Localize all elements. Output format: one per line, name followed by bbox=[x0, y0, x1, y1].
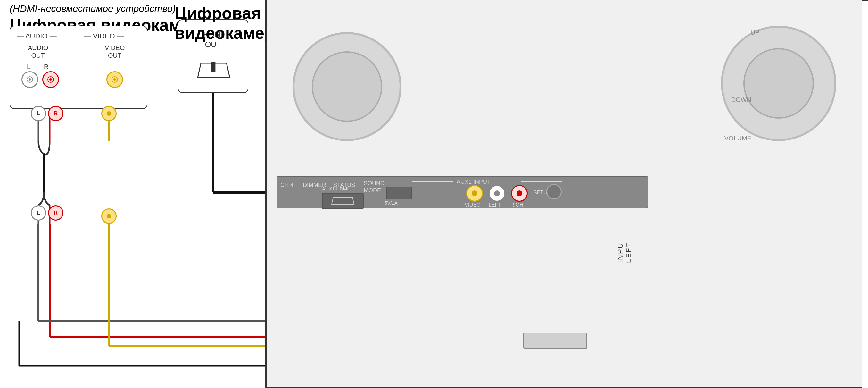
down-label: DOWN bbox=[731, 96, 751, 103]
volume-label: VOLUME bbox=[724, 135, 751, 142]
left-label: LEFT bbox=[489, 202, 501, 208]
video-out-label: VIDEOOUT bbox=[105, 44, 125, 59]
diagram-container: (HDMI-несовместимое устройство) Цифровая… bbox=[0, 0, 868, 388]
aux1-line-right bbox=[521, 181, 562, 182]
cable-plug-audio-l-top: L bbox=[31, 106, 46, 121]
aux1-input-label: AUX1 INPUT bbox=[457, 179, 491, 185]
aux1-hdmi-symbol bbox=[330, 196, 356, 206]
port-panel: CH 4 DIMMER STATUS SOUNDMODE AUX1 INPUT … bbox=[277, 176, 648, 208]
usb-label: 5V/1A bbox=[384, 200, 398, 206]
audio-section-label: — AUDIO — bbox=[17, 32, 57, 41]
l-label: L bbox=[27, 63, 30, 70]
analog-device-subtitle: (HDMI-несовместимое устройство) bbox=[10, 3, 176, 14]
right-label: RIGHT bbox=[510, 202, 526, 208]
cable-plug-audio-l-bottom: L bbox=[31, 205, 46, 220]
sound-mode-label: SOUNDMODE bbox=[364, 180, 384, 194]
ch4-label: CH 4 bbox=[280, 182, 293, 188]
usb-port bbox=[386, 187, 412, 200]
volume-knob-inner bbox=[743, 48, 814, 119]
svg-marker-26 bbox=[332, 197, 354, 204]
cable-plug-video-top bbox=[101, 106, 117, 121]
audio-out-label: AUDIOOUT bbox=[28, 44, 48, 59]
rca-audio-r bbox=[42, 71, 59, 88]
receiver-device: UP DOWN VOLUME CH 4 DIMMER STATUS SOUNDM… bbox=[266, 0, 862, 388]
mic-port bbox=[546, 184, 562, 200]
left-rca-port bbox=[489, 185, 505, 202]
cable-plug-video-bottom bbox=[101, 208, 117, 224]
hdmi-port-symbol bbox=[194, 62, 233, 81]
audio-video-divider bbox=[73, 30, 73, 107]
right-rca-port bbox=[511, 185, 528, 202]
cable-plug-audio-r-bottom: R bbox=[48, 205, 63, 220]
left-speaker-circle-inner bbox=[312, 51, 382, 122]
analog-camera-device: — AUDIO — AUDIOOUT L R — VIDEO — VIDEOOU… bbox=[10, 26, 147, 109]
r-label: R bbox=[44, 63, 49, 70]
input-left-label: INPUT LEFT bbox=[616, 218, 633, 263]
up-label: UP bbox=[750, 29, 760, 36]
svg-marker-25 bbox=[198, 63, 230, 78]
rca-video bbox=[106, 71, 123, 88]
bottom-port-area bbox=[523, 332, 587, 349]
video-label: VIDEO bbox=[465, 202, 480, 208]
video-rca-port bbox=[466, 185, 483, 202]
cable-plug-audio-r-top: R bbox=[48, 106, 63, 121]
aux1-hdmi-label: AUX1-HDMI bbox=[322, 186, 349, 191]
aux1-hdmi-port bbox=[322, 193, 364, 209]
rca-audio-l bbox=[22, 71, 38, 88]
video-section-label: — VIDEO — bbox=[84, 32, 124, 41]
aux1-line-left bbox=[412, 181, 454, 182]
